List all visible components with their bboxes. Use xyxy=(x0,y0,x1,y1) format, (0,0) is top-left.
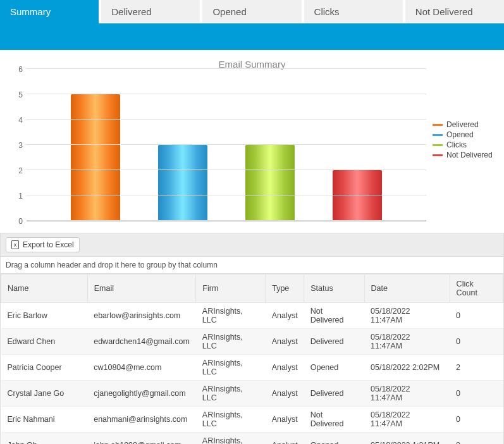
tab-summary[interactable]: Summary xyxy=(0,0,99,23)
excel-icon: x xyxy=(11,240,19,249)
y-axis: 0123456 xyxy=(9,70,27,221)
grid-line xyxy=(27,144,426,145)
col-header-name[interactable]: Name xyxy=(1,274,88,303)
cell-name: Eric Barlow xyxy=(1,303,88,329)
cell-date: 05/18/2022 1:31PM xyxy=(364,433,450,445)
cell-email: ebarlow@arinsights.com xyxy=(87,303,196,329)
cell-date: 05/18/2022 11:47AM xyxy=(364,407,450,433)
y-tick-label: 0 xyxy=(18,217,23,226)
results-table: NameEmailFirmTypeStatusDateClick Count E… xyxy=(1,274,503,444)
chart-plot: 0123456 xyxy=(9,70,426,221)
cell-firm: ARInsights, LLC xyxy=(196,407,266,433)
export-label: Export to Excel xyxy=(23,240,74,249)
grid-line xyxy=(27,170,426,170)
legend-swatch xyxy=(433,144,443,146)
y-tick-label: 2 xyxy=(18,166,23,175)
y-tick-label: 5 xyxy=(18,90,23,99)
legend-item-delivered[interactable]: Delivered xyxy=(433,120,493,129)
cell-firm: ARInsights, LLC xyxy=(196,303,266,329)
grid-line xyxy=(27,220,426,221)
cell-click_count: 0 xyxy=(450,407,503,433)
header-bar xyxy=(0,23,504,50)
bar-clicks[interactable] xyxy=(245,145,295,221)
legend-item-clicks[interactable]: Clicks xyxy=(433,140,493,149)
cell-email: john.oh1998@gmail.com xyxy=(87,433,196,445)
col-header-type[interactable]: Type xyxy=(266,274,304,303)
cell-type: Analyst xyxy=(266,355,304,381)
cell-name: John Oh xyxy=(1,433,88,445)
cell-click_count: 0 xyxy=(450,329,503,355)
cell-click_count: 0 xyxy=(450,303,503,329)
legend-swatch xyxy=(433,134,443,136)
cell-type: Analyst xyxy=(266,407,304,433)
data-grid: x Export to Excel Drag a column header a… xyxy=(0,233,504,444)
bar-not-delivered[interactable] xyxy=(333,170,382,221)
grid-line xyxy=(27,119,426,120)
tab-strip: SummaryDeliveredOpenedClicksNot Delivere… xyxy=(0,0,504,23)
col-header-email[interactable]: Email xyxy=(87,274,196,303)
cell-type: Analyst xyxy=(266,381,304,407)
cell-firm: ARInsights, LLC xyxy=(196,355,266,381)
cell-date: 05/18/2022 2:02PM xyxy=(364,355,450,381)
tab-opened[interactable]: Opened xyxy=(202,0,301,23)
chart-panel: Email Summary 0123456 DeliveredOpenedCli… xyxy=(0,50,504,233)
grid-line xyxy=(27,68,426,69)
cell-name: Edward Chen xyxy=(1,329,88,355)
table-row[interactable]: John Ohjohn.oh1998@gmail.comARInsights, … xyxy=(1,433,503,445)
bar-delivered[interactable] xyxy=(71,94,120,221)
col-header-date[interactable]: Date xyxy=(364,274,450,303)
table-row[interactable]: Eric Nahmanienahmani@arinsights.comARIns… xyxy=(1,407,503,433)
cell-firm: ARInsights, LLC xyxy=(196,433,266,445)
col-header-status[interactable]: Status xyxy=(304,274,364,303)
legend-label: Opened xyxy=(446,130,474,139)
cell-firm: ARInsights, LLC xyxy=(196,381,266,407)
cell-status: Opened xyxy=(304,355,364,381)
cell-click_count: 0 xyxy=(450,381,503,407)
cell-email: cjanegolightly@gmail.com xyxy=(87,381,196,407)
cell-name: Patricia Cooper xyxy=(1,355,88,381)
cell-type: Analyst xyxy=(266,303,304,329)
tab-clicks[interactable]: Clicks xyxy=(304,0,403,23)
cell-name: Crystal Jane Go xyxy=(1,381,88,407)
grid-line xyxy=(27,94,426,94)
cell-click_count: 0 xyxy=(450,433,503,445)
group-drop-area[interactable]: Drag a column header and drop it here to… xyxy=(1,256,503,274)
table-row[interactable]: Eric Barlowebarlow@arinsights.comARInsig… xyxy=(1,303,503,329)
cell-date: 05/18/2022 11:47AM xyxy=(364,381,450,407)
table-row[interactable]: Crystal Jane Gocjanegolightly@gmail.comA… xyxy=(1,381,503,407)
cell-email: enahmani@arinsights.com xyxy=(87,407,196,433)
cell-status: Opened xyxy=(304,433,364,445)
legend-swatch xyxy=(433,154,443,156)
cell-email: edwardchen14@gmail.com xyxy=(87,329,196,355)
export-excel-button[interactable]: x Export to Excel xyxy=(6,237,80,252)
y-tick-label: 1 xyxy=(18,192,23,200)
cell-firm: ARInsights, LLC xyxy=(196,329,266,355)
cell-email: cw10804@me.com xyxy=(87,355,196,381)
col-header-firm[interactable]: Firm xyxy=(196,274,266,303)
cell-type: Analyst xyxy=(266,433,304,445)
table-row[interactable]: Edward Chenedwardchen14@gmail.comARInsig… xyxy=(1,329,503,355)
legend-swatch xyxy=(433,124,443,126)
cell-status: Not Delivered xyxy=(304,407,364,433)
y-tick-label: 3 xyxy=(18,141,23,150)
cell-type: Analyst xyxy=(266,329,304,355)
bar-opened[interactable] xyxy=(158,145,207,221)
chart-legend: DeliveredOpenedClicksNot Delivered xyxy=(433,120,493,161)
cell-status: Delivered xyxy=(304,381,364,407)
cell-click_count: 2 xyxy=(450,355,503,381)
legend-label: Delivered xyxy=(446,120,479,129)
legend-item-not-delivered[interactable]: Not Delivered xyxy=(433,151,493,159)
legend-label: Clicks xyxy=(446,140,467,149)
col-header-click-count[interactable]: Click Count xyxy=(450,274,503,303)
table-row[interactable]: Patricia Coopercw10804@me.comARInsights,… xyxy=(1,355,503,381)
grid-toolbar: x Export to Excel xyxy=(1,233,503,256)
y-tick-label: 4 xyxy=(18,116,23,125)
legend-label: Not Delivered xyxy=(446,151,493,159)
legend-item-opened[interactable]: Opened xyxy=(433,130,493,139)
plot-area xyxy=(27,70,426,221)
cell-date: 05/18/2022 11:47AM xyxy=(364,303,450,329)
tab-delivered[interactable]: Delivered xyxy=(101,0,200,23)
y-tick-label: 6 xyxy=(18,65,23,74)
cell-status: Delivered xyxy=(304,329,364,355)
tab-not-delivered[interactable]: Not Delivered xyxy=(405,0,504,23)
